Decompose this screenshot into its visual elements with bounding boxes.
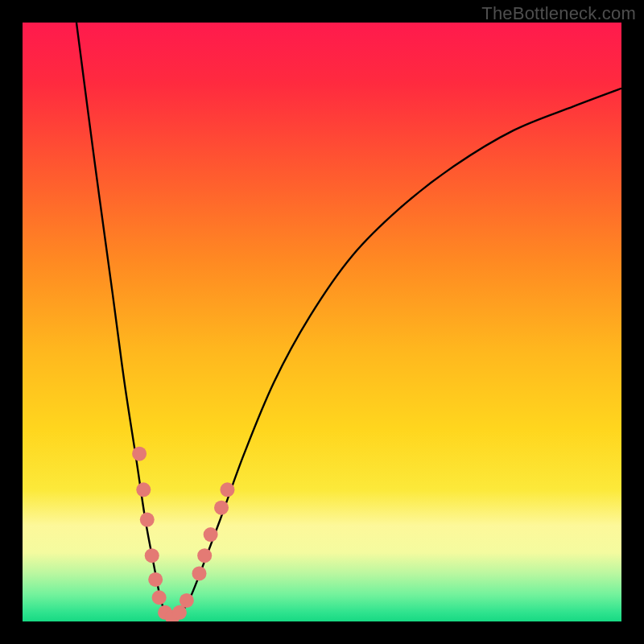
data-marker bbox=[132, 447, 147, 461]
data-marker bbox=[136, 482, 151, 497]
data-marker bbox=[192, 566, 206, 580]
watermark-text: TheBottleneck.com bbox=[481, 3, 636, 24]
data-marker bbox=[204, 527, 218, 542]
data-marker bbox=[152, 590, 167, 605]
data-marker bbox=[180, 593, 194, 608]
data-marker bbox=[145, 548, 159, 563]
data-marker bbox=[214, 501, 229, 515]
data-marker bbox=[197, 548, 212, 563]
plot-area bbox=[23, 23, 621, 621]
data-marker bbox=[220, 482, 234, 497]
data-marker bbox=[148, 572, 163, 587]
chart-svg bbox=[23, 23, 621, 621]
data-marker bbox=[140, 513, 155, 527]
bottleneck-curve bbox=[76, 23, 621, 619]
chart-frame: TheBottleneck.com bbox=[0, 0, 644, 644]
